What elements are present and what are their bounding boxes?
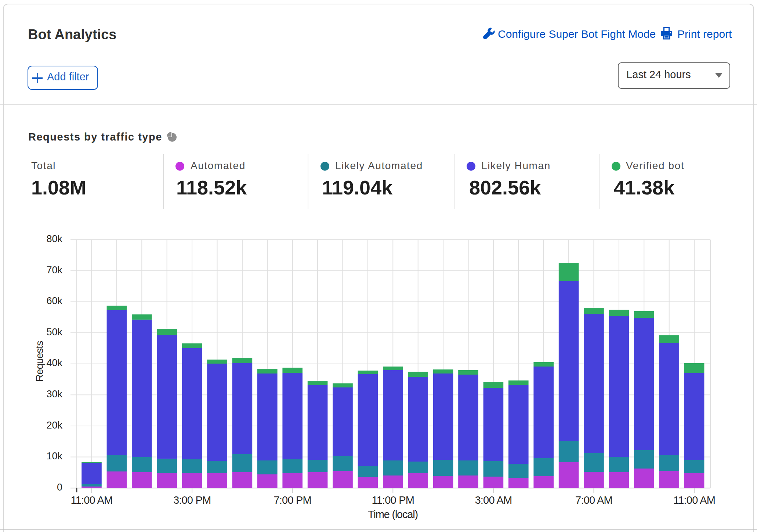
- svg-text:Requests: Requests: [34, 341, 45, 382]
- svg-text:11:00 AM: 11:00 AM: [71, 494, 113, 506]
- svg-text:7:00 AM: 7:00 AM: [575, 494, 612, 506]
- svg-text:7:00 PM: 7:00 PM: [274, 494, 311, 506]
- svg-text:11:00 PM: 11:00 PM: [372, 494, 414, 506]
- svg-text:60k: 60k: [46, 295, 62, 306]
- svg-text:50k: 50k: [46, 327, 62, 338]
- svg-text:20k: 20k: [46, 420, 62, 431]
- svg-text:11:00 AM: 11:00 AM: [673, 494, 715, 506]
- svg-text:80k: 80k: [46, 233, 62, 244]
- svg-text:3:00 PM: 3:00 PM: [173, 494, 211, 506]
- svg-text:10k: 10k: [46, 451, 62, 462]
- svg-text:30k: 30k: [46, 389, 62, 400]
- svg-text:3:00 AM: 3:00 AM: [475, 494, 512, 506]
- svg-text:40k: 40k: [46, 357, 62, 368]
- svg-text:70k: 70k: [46, 265, 62, 276]
- svg-text:Time (local): Time (local): [368, 509, 418, 520]
- svg-text:0: 0: [57, 482, 62, 493]
